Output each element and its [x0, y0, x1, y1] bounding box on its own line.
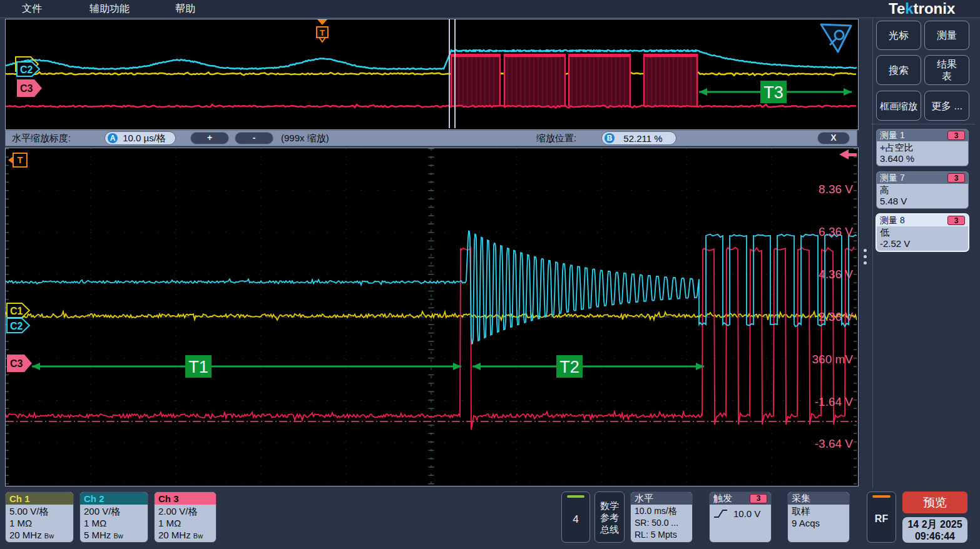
t1-measurement-arrow: T1	[32, 355, 461, 378]
zoom-factor: (999x 缩放)	[281, 131, 329, 146]
rf-color-line	[872, 495, 891, 498]
svg-text:C2: C2	[20, 64, 33, 75]
zoom-scale-label: 水平缩放标度:	[12, 131, 71, 146]
main-waveform[interactable]: T1T28.36 V6.36 V4.36 V2.36 V360 mV-1.64 …	[6, 148, 857, 485]
ch3-trace-overview	[6, 104, 856, 108]
source-badge: 3	[947, 216, 965, 225]
math-ref-bus-button[interactable]: 数学 参考 总线	[595, 491, 625, 543]
svg-text:T: T	[17, 154, 23, 165]
t3-measurement-arrow: T3	[699, 81, 852, 103]
voltage-scale-label: 360 mV	[812, 353, 854, 366]
channel-tag-c2[interactable]: C2	[7, 318, 29, 333]
channel-tag-c1[interactable]: C1	[7, 303, 29, 318]
zoom-out-button[interactable]: -	[235, 132, 273, 144]
trigger-indicator-marker[interactable]: T	[8, 153, 27, 167]
measurement-value: -2.52 V	[880, 238, 965, 249]
date: 14 2月 2025	[907, 518, 962, 530]
overview-waveform[interactable]: TT3C2C3	[6, 19, 857, 128]
burst-block	[451, 51, 500, 106]
results-table-button[interactable]: 结果 表	[924, 55, 969, 85]
badge-a: A	[108, 133, 118, 143]
voltage-scale-label: -1.64 V	[815, 395, 854, 408]
measurement-value: 5.48 V	[880, 196, 965, 207]
badge-b: B	[605, 133, 615, 143]
menu-file[interactable]: 文件	[22, 0, 42, 18]
burst-block	[644, 51, 697, 106]
measurement-card-7[interactable]: 测量 7 3 高 5.48 V	[876, 171, 969, 209]
menu-help[interactable]: 帮助	[175, 0, 195, 18]
channel-badge-ch1[interactable]: Ch 1 5.00 V/格1 MΩ 20 MHz Bw	[5, 491, 74, 543]
svg-text:T: T	[320, 28, 325, 38]
source-badge: 3	[947, 131, 965, 140]
source-badge: 3	[947, 173, 965, 183]
trigger-level: 10.0 V	[733, 508, 760, 520]
channel-4-button[interactable]: 4	[561, 491, 590, 543]
channel-badge-ch3[interactable]: Ch 3 2.00 V/格1 MΩ 20 MHz Bw	[154, 491, 217, 543]
measurement-type: +占空比	[880, 142, 965, 153]
voltage-scale-label: 4.36 V	[819, 268, 853, 281]
panel-section-divider	[871, 124, 975, 124]
channel-tag-c3[interactable]: C3	[7, 355, 32, 372]
overview-waveform-panel[interactable]: TT3C2C3	[5, 19, 859, 130]
panel-grip-dot[interactable]	[864, 261, 867, 264]
zoom-close-button[interactable]: X	[817, 132, 850, 144]
svg-text:T2: T2	[559, 358, 579, 376]
search-button[interactable]: 搜索	[876, 55, 921, 85]
ch1-trace-overview	[6, 72, 856, 75]
measure-button[interactable]: 测量	[924, 21, 969, 50]
zoom-scale-value[interactable]: A 10.0 µs/格	[105, 131, 176, 145]
voltage-scale-label: -3.64 V	[815, 437, 854, 450]
measurement-type: 高	[880, 184, 965, 196]
trigger-position-marker[interactable]: T	[317, 19, 328, 42]
trigger-level-arrow[interactable]	[839, 149, 857, 159]
channel-badge-ch2[interactable]: Ch 2 200 V/格1 MΩ 5 MHz Bw	[79, 491, 148, 543]
voltage-scale-label: 6.36 V	[819, 225, 853, 238]
zoom-position-label: 缩放位置:	[536, 131, 576, 146]
trigger-source-badge: 3	[750, 494, 767, 503]
time: 09:46:44	[915, 530, 955, 542]
burst-block	[569, 51, 630, 106]
zoom-overview-icon[interactable]	[821, 24, 851, 52]
ch4-color-line	[567, 495, 584, 498]
svg-text:C2: C2	[10, 321, 23, 331]
panel-grip-dot[interactable]	[864, 249, 867, 252]
trigger-badge[interactable]: 触发 3 10.0 V	[709, 491, 772, 543]
horizontal-badge[interactable]: 水平 10.0 ms/格 SR: 50.0 ...RL: 5 Mpts	[630, 491, 693, 543]
svg-text:T3: T3	[763, 83, 783, 102]
burst-block	[504, 51, 565, 106]
svg-text:T1: T1	[188, 358, 208, 376]
svg-text:C3: C3	[10, 358, 23, 369]
menu-utility[interactable]: 辅助功能	[89, 0, 130, 18]
panel-grip-dot[interactable]	[864, 255, 867, 258]
measurement-type: 低	[880, 227, 965, 238]
draw-zoom-button[interactable]: 框画缩放	[876, 91, 921, 121]
panel-divider	[872, 18, 873, 488]
channel-tag-c3-overview[interactable]: C3	[17, 79, 42, 97]
svg-text:C3: C3	[20, 83, 33, 94]
zoom-position-value[interactable]: B 52.211 %	[601, 131, 676, 145]
tektronix-logo: Tektronix	[889, 0, 976, 18]
voltage-scale-label: 8.36 V	[819, 183, 853, 196]
ch2-trace-overview	[6, 50, 857, 69]
measurement-card-8[interactable]: 测量 8 3 低 -2.52 V	[876, 214, 969, 251]
menu-bar: 文件 辅助功能 帮助	[0, 0, 980, 18]
zoom-bar: 水平缩放标度: A 10.0 µs/格 + - (999x 缩放) 缩放位置: …	[5, 130, 857, 146]
datetime-display: 14 2月 2025 09:46:44	[902, 517, 967, 543]
main-waveform-panel[interactable]: T1T28.36 V6.36 V4.36 V2.36 V360 mV-1.64 …	[5, 148, 859, 486]
rf-button[interactable]: RF	[867, 491, 896, 543]
rising-edge-icon	[713, 508, 728, 520]
more-button[interactable]: 更多 ...	[924, 91, 969, 121]
zoom-in-button[interactable]: +	[190, 132, 229, 144]
t2-measurement-arrow: T2	[472, 355, 704, 378]
acquisition-badge[interactable]: 采集 取样9 Acqs	[787, 491, 850, 543]
cursor-button[interactable]: 光标	[876, 21, 921, 50]
measurement-value: 3.640 %	[880, 153, 965, 164]
preview-status-button[interactable]: 预览	[902, 491, 967, 513]
svg-text:C1: C1	[10, 306, 23, 316]
voltage-scale-label: 2.36 V	[819, 310, 853, 323]
measurement-card-1[interactable]: 测量 1 3 +占空比 3.640 %	[876, 129, 969, 166]
right-panel: 光标 测量 搜索 结果 表 框画缩放 更多 ... 测量 1 3 +占空比 3.…	[862, 18, 980, 486]
